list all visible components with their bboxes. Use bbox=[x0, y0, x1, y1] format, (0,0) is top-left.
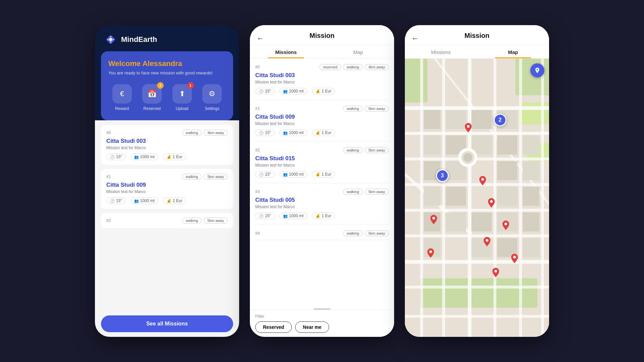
back-button[interactable]: ← bbox=[257, 34, 264, 43]
map-view: 2 3 bbox=[405, 59, 549, 337]
mission-list-header: ← Mission bbox=[250, 25, 394, 45]
p2-mission-3[interactable]: #3 walking 5km away Citta Studi 005 Miss… bbox=[255, 183, 389, 225]
tab-map[interactable]: Map bbox=[322, 45, 394, 58]
tag-walking-0: walking bbox=[182, 130, 202, 136]
reserved-action[interactable]: 📅 2 Reserved bbox=[139, 84, 166, 111]
reserved-btn[interactable]: 📅 2 bbox=[142, 84, 162, 104]
see-all-missions-button[interactable]: See all Missions bbox=[101, 315, 233, 332]
mission-time-1: 🕐15" bbox=[106, 197, 126, 204]
map-tab-map[interactable]: Map bbox=[477, 45, 549, 58]
svg-point-5 bbox=[107, 39, 109, 40]
mission-time-0: 🕐15" bbox=[106, 154, 126, 160]
svg-rect-17 bbox=[405, 234, 549, 237]
p2-mission-0[interactable]: #0 reserved walking 4km away Citta Studi… bbox=[255, 59, 389, 100]
location-button[interactable] bbox=[530, 63, 544, 77]
filter-reserved-button[interactable]: Reserved bbox=[255, 321, 292, 333]
tag-distance-1: 5km away bbox=[204, 174, 228, 180]
reward-btn[interactable]: € bbox=[112, 84, 132, 104]
svg-rect-13 bbox=[405, 132, 549, 135]
svg-point-63 bbox=[504, 223, 507, 225]
p2-mission-1[interactable]: #1 walking 5km away Citta Studi 009 Miss… bbox=[255, 100, 389, 142]
svg-rect-24 bbox=[493, 59, 496, 337]
map-marker-5[interactable] bbox=[427, 248, 434, 259]
svg-rect-12 bbox=[405, 106, 549, 110]
cluster-marker-3[interactable]: 3 bbox=[436, 169, 449, 182]
cluster-marker-2[interactable]: 2 bbox=[494, 114, 506, 126]
mission-item-1[interactable]: #1 walking 5km away Citta Studi 009 Miss… bbox=[101, 169, 233, 209]
reward-action[interactable]: € Reward bbox=[108, 84, 136, 111]
filter-bar: Filter Reserved Near me bbox=[250, 310, 394, 337]
map-marker-6[interactable] bbox=[484, 237, 490, 248]
map-marker-8[interactable] bbox=[511, 254, 518, 264]
tag-distance-2: 5km away bbox=[204, 218, 228, 224]
p2-mission-name-0[interactable]: Citta Studi 003 bbox=[255, 72, 389, 79]
map-tab-bar: Missions Map bbox=[405, 45, 549, 59]
mission-reward-0: 💰1 Eur bbox=[163, 154, 186, 160]
quick-actions: € Reward 📅 2 Reserved ⬆ 1 Upload bbox=[108, 84, 226, 111]
svg-rect-44 bbox=[497, 187, 517, 206]
svg-point-4 bbox=[110, 42, 111, 43]
mission-num-0: #0 bbox=[106, 130, 111, 135]
filter-nearme-button[interactable]: Near me bbox=[295, 321, 329, 333]
mission-num-2: #2 bbox=[106, 218, 111, 223]
map-marker-7[interactable] bbox=[502, 221, 509, 231]
top-bar: MindEarth bbox=[95, 25, 239, 51]
p2-mission-2[interactable]: #2 walking 5km away Citta Studi 015 Miss… bbox=[255, 142, 389, 183]
svg-rect-30 bbox=[446, 110, 466, 129]
upload-label: Upload bbox=[176, 106, 189, 111]
svg-point-1 bbox=[109, 38, 112, 41]
mission-item-2-partial[interactable]: #2 walking 5km away bbox=[101, 213, 233, 228]
tag-walking-2: walking bbox=[182, 218, 202, 224]
svg-rect-7 bbox=[405, 59, 428, 103]
p2-mission-name-1[interactable]: Citta Studi 009 bbox=[255, 114, 389, 120]
svg-rect-37 bbox=[523, 135, 539, 155]
svg-rect-9 bbox=[519, 103, 549, 125]
settings-label: Settings bbox=[205, 106, 219, 111]
p2-mission-4[interactable]: #4 walking 5km away bbox=[255, 225, 389, 240]
mission-name-0[interactable]: Citta Studi 003 bbox=[106, 138, 228, 144]
upload-action[interactable]: ⬆ 1 Upload bbox=[168, 84, 196, 111]
svg-rect-40 bbox=[497, 161, 517, 180]
svg-rect-41 bbox=[523, 161, 539, 180]
svg-point-56 bbox=[464, 153, 472, 162]
welcome-subtitle: You are ready to face new mission with g… bbox=[108, 70, 226, 76]
mission-item-0[interactable]: #0 walking 4km away Citta Studi 003 Miss… bbox=[101, 125, 233, 165]
filter-label: Filter bbox=[255, 314, 389, 319]
mission-reward-1: 💰1 Eur bbox=[163, 197, 186, 204]
missions-scroll: #0 walking 4km away Citta Studi 003 Miss… bbox=[101, 125, 233, 313]
map-marker-1[interactable] bbox=[465, 123, 472, 134]
filter-buttons: Reserved Near me bbox=[255, 321, 389, 333]
map-marker-3[interactable] bbox=[488, 198, 495, 209]
map-tab-missions[interactable]: Missions bbox=[405, 45, 477, 58]
mission-dist-0: 👥1000 mt bbox=[130, 154, 158, 160]
svg-point-3 bbox=[113, 39, 114, 40]
svg-point-61 bbox=[429, 250, 432, 253]
app-logo-icon bbox=[104, 33, 117, 46]
map-marker-9[interactable] bbox=[492, 268, 499, 279]
svg-rect-42 bbox=[424, 187, 440, 206]
p2-mission-name-2[interactable]: Citta Studi 015 bbox=[255, 155, 389, 162]
mission-name-1[interactable]: Citta Studi 009 bbox=[106, 182, 228, 188]
svg-point-65 bbox=[494, 270, 497, 273]
reserved-badge: 2 bbox=[157, 82, 164, 89]
upload-btn[interactable]: ⬆ 1 bbox=[172, 84, 192, 104]
map-title: Mission bbox=[465, 32, 489, 45]
p2-mission-name-3[interactable]: Citta Studi 005 bbox=[255, 197, 389, 203]
phone-mission-map: ← Mission Missions Map bbox=[405, 25, 549, 337]
tag-walking-1: walking bbox=[182, 174, 202, 180]
map-marker-2[interactable] bbox=[479, 176, 486, 187]
map-marker-4[interactable] bbox=[430, 215, 437, 226]
svg-point-64 bbox=[513, 256, 516, 258]
mission-desc-0: Mission test for Marco bbox=[106, 145, 228, 150]
settings-btn[interactable]: ⚙ bbox=[202, 84, 222, 104]
svg-rect-20 bbox=[405, 315, 549, 318]
svg-rect-18 bbox=[405, 260, 549, 264]
tab-missions[interactable]: Missions bbox=[250, 45, 322, 58]
svg-rect-31 bbox=[472, 110, 492, 129]
home-content: #0 walking 4km away Citta Studi 003 Miss… bbox=[95, 120, 239, 337]
map-back-button[interactable]: ← bbox=[412, 34, 419, 43]
welcome-heading: Welcome Alessandra bbox=[108, 59, 226, 68]
mission-dist-1: 👥1000 mt bbox=[130, 197, 158, 204]
map-header: ← Mission bbox=[405, 25, 549, 45]
settings-action[interactable]: ⚙ Settings bbox=[199, 84, 226, 111]
